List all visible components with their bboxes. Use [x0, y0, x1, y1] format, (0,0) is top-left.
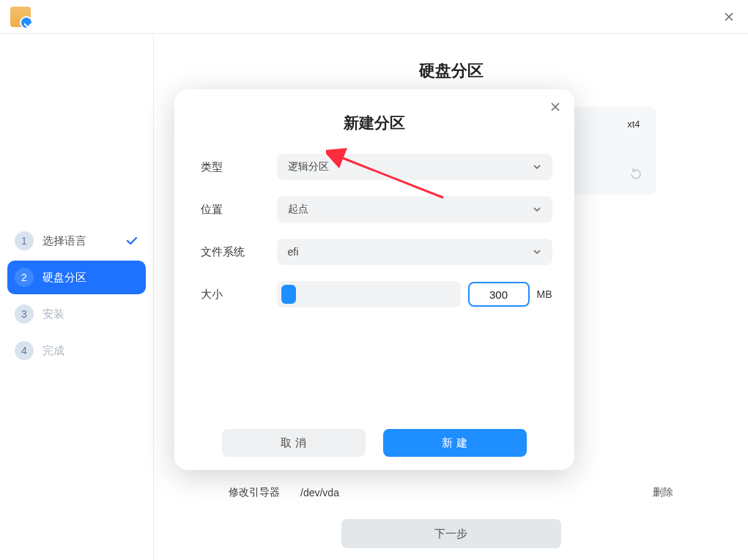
window-close-button[interactable]: [720, 8, 738, 26]
slider-thumb[interactable]: [281, 285, 296, 304]
size-slider[interactable]: [277, 281, 461, 307]
filesystem-value: efi: [288, 246, 299, 258]
filesystem-select[interactable]: efi: [277, 239, 552, 265]
location-value: 起点: [288, 203, 308, 216]
installer-window: 1 选择语言 2 硬盘分区 3 安装 4 完成 硬盘分区: [0, 0, 748, 560]
cancel-button[interactable]: 取 消: [222, 429, 366, 457]
titlebar: [0, 0, 748, 34]
type-label: 类型: [196, 160, 277, 174]
type-value: 逻辑分区: [288, 160, 329, 173]
close-icon: [723, 11, 735, 23]
chevron-down-icon: [533, 163, 541, 171]
size-input[interactable]: [468, 282, 530, 307]
app-icon: [10, 7, 31, 27]
chevron-down-icon: [533, 247, 541, 256]
size-unit: MB: [537, 288, 552, 300]
close-icon: [549, 101, 561, 113]
filesystem-label: 文件系统: [196, 245, 277, 259]
type-select[interactable]: 逻辑分区: [277, 154, 552, 180]
new-partition-dialog: 新建分区 类型 逻辑分区 位置 起点 文件系统 efi 大小: [174, 89, 574, 470]
location-label: 位置: [196, 203, 277, 217]
dialog-title: 新建分区: [196, 113, 552, 133]
location-select[interactable]: 起点: [277, 196, 552, 223]
chevron-down-icon: [533, 205, 541, 214]
create-button[interactable]: 新 建: [383, 429, 527, 457]
size-label: 大小: [196, 288, 277, 302]
dialog-close-button[interactable]: [549, 101, 561, 113]
